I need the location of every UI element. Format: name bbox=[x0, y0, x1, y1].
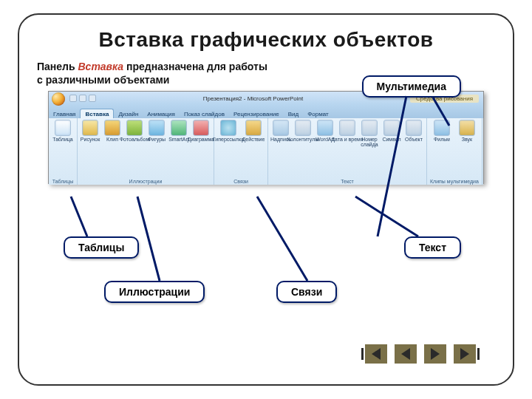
prev-icon bbox=[401, 348, 410, 360]
callout-illustrations: Иллюстрации bbox=[104, 281, 205, 303]
ribbon-button[interactable]: Действие bbox=[242, 120, 265, 142]
ribbon-tab[interactable]: Показ слайдов bbox=[180, 109, 229, 118]
table-icon bbox=[55, 120, 71, 136]
nav-first-button[interactable] bbox=[365, 344, 387, 364]
ribbon-button-label: Символ bbox=[382, 137, 400, 142]
wart-icon bbox=[317, 120, 333, 136]
ribbon-button[interactable]: Символ bbox=[382, 120, 401, 147]
chart-icon bbox=[193, 120, 209, 136]
ribbon-button[interactable]: Фигуры bbox=[147, 120, 166, 142]
description: Панель Вставка предназначена для работы … bbox=[37, 61, 273, 86]
ribbon-button-label: SmartArt bbox=[168, 137, 189, 142]
svg-line-0 bbox=[71, 197, 87, 236]
ribbon-group-name: Иллюстрации bbox=[81, 179, 211, 185]
sound-icon bbox=[459, 120, 475, 136]
smart-icon bbox=[171, 120, 187, 136]
ribbon-button-label: Рисунок bbox=[81, 137, 100, 142]
tbox-icon bbox=[273, 120, 289, 136]
ribbon-group: ФильмЗвукКлипы мультимедиа bbox=[427, 118, 482, 185]
ribbon-group-name: Клипы мультимедиа bbox=[430, 179, 479, 185]
ribbon-button-label: Диаграмма bbox=[188, 137, 214, 142]
ribbon-tab[interactable]: Вид bbox=[284, 109, 303, 118]
date-icon bbox=[339, 120, 355, 136]
obj-icon bbox=[406, 120, 422, 136]
next-icon bbox=[431, 348, 440, 360]
ribbon-button[interactable]: Надпись bbox=[271, 120, 290, 147]
ribbon-screenshot: Презентация2 - Microsoft PowerPoint Сред… bbox=[48, 91, 484, 184]
callout-text: Текст bbox=[404, 236, 461, 259]
ribbon-button[interactable]: Диаграмма bbox=[191, 120, 211, 142]
first-icon bbox=[372, 348, 381, 360]
callout-tables: Таблицы bbox=[64, 236, 139, 259]
svg-line-1 bbox=[137, 197, 160, 281]
ribbon-button[interactable]: Гиперссылка bbox=[217, 120, 239, 142]
ribbon-group-name: Таблицы bbox=[52, 179, 74, 185]
ribbon-button[interactable]: Колонтитулы bbox=[293, 120, 313, 147]
svg-line-2 bbox=[257, 197, 307, 281]
qat-redo-icon bbox=[89, 95, 96, 102]
ribbon-tab[interactable]: Анимация bbox=[143, 109, 180, 118]
slide-nav bbox=[365, 344, 476, 364]
ribbon-button-label: Колонтитулы bbox=[287, 137, 319, 142]
ribbon-tab[interactable]: Рецензирование bbox=[229, 109, 284, 118]
ribbon-group-name: Текст bbox=[271, 179, 423, 185]
pic-icon bbox=[82, 120, 98, 136]
action-icon bbox=[245, 120, 262, 136]
ribbon-tab[interactable]: Вставка bbox=[80, 109, 114, 118]
link-icon bbox=[220, 120, 236, 136]
ribbon-button-label: Фильм bbox=[434, 137, 450, 142]
ribbon-button-label: Гиперссылка bbox=[213, 137, 244, 142]
movie-icon bbox=[434, 120, 450, 136]
ribbon-button-label: Объект bbox=[405, 137, 423, 142]
ribbon-button-label: Номер слайда bbox=[353, 137, 386, 147]
last-icon bbox=[460, 348, 469, 360]
ribbon-button[interactable]: WordArt bbox=[316, 120, 335, 147]
nav-next-button[interactable] bbox=[424, 344, 446, 364]
shape-icon bbox=[149, 120, 165, 136]
ribbon-button[interactable]: Фотоальбом bbox=[125, 120, 144, 142]
slide-frame: Вставка графических объектов Панель Вста… bbox=[18, 13, 514, 386]
callout-multimedia: Мультимедиа bbox=[362, 75, 461, 98]
qat-undo-icon bbox=[79, 95, 86, 102]
nav-last-button[interactable] bbox=[454, 344, 476, 364]
ribbon-button[interactable]: Рисунок bbox=[81, 120, 100, 142]
ribbon-tabs: ГлавнаяВставкаДизайнАнимацияПоказ слайдо… bbox=[49, 105, 483, 118]
ribbon-button-label: Фигуры bbox=[148, 137, 166, 142]
ribbon-button-label: Клип bbox=[106, 137, 118, 142]
ribbon-button[interactable]: Таблица bbox=[52, 120, 74, 142]
ribbon-button-label: Действие bbox=[242, 137, 265, 142]
page-title: Вставка графических объектов bbox=[37, 28, 495, 52]
clip-icon bbox=[104, 120, 120, 136]
qat-save-icon bbox=[69, 95, 77, 102]
sym-icon bbox=[361, 120, 378, 136]
nav-prev-button[interactable] bbox=[395, 344, 417, 364]
ribbon-button[interactable]: Номер слайда bbox=[360, 120, 379, 147]
ribbon-button-label: Таблица bbox=[52, 137, 72, 142]
ribbon-button[interactable]: Звук bbox=[456, 120, 478, 142]
ribbon-body: ТаблицаТаблицыРисунокКлипФотоальбомФигур… bbox=[49, 118, 483, 185]
ribbon-group: РисунокКлипФотоальбомФигурыSmartArtДиагр… bbox=[78, 118, 214, 185]
ribbon-button-label: Фотоальбом bbox=[120, 137, 149, 142]
album-icon bbox=[126, 120, 143, 136]
sym-icon bbox=[383, 120, 400, 136]
ribbon-button[interactable]: Объект bbox=[404, 120, 423, 147]
hf-icon bbox=[295, 120, 311, 136]
ribbon-group: ГиперссылкаДействиеСвязи bbox=[214, 118, 268, 185]
ribbon-group-name: Связи bbox=[217, 179, 265, 185]
desc-pre: Панель bbox=[37, 61, 78, 72]
quick-access-toolbar bbox=[69, 95, 96, 102]
office-orb-icon bbox=[52, 92, 65, 106]
ribbon-button[interactable]: Фильм bbox=[431, 120, 453, 142]
window-title: Презентация2 - Microsoft PowerPoint bbox=[96, 95, 410, 102]
svg-line-3 bbox=[355, 197, 418, 236]
ribbon-tab[interactable]: Главная bbox=[49, 109, 80, 118]
ribbon-button[interactable]: SmartArt bbox=[169, 120, 188, 142]
callout-links: Связи bbox=[276, 281, 337, 303]
ribbon-group: ТаблицаТаблицы bbox=[49, 118, 78, 185]
desc-emphasis: Вставка bbox=[78, 61, 123, 72]
ribbon-group: НадписьКолонтитулыWordArtДата и времяНом… bbox=[268, 118, 427, 185]
ribbon-tab[interactable]: Формат bbox=[303, 109, 332, 118]
ribbon-button-label: Звук bbox=[462, 137, 472, 142]
ribbon-tab[interactable]: Дизайн bbox=[114, 109, 143, 118]
